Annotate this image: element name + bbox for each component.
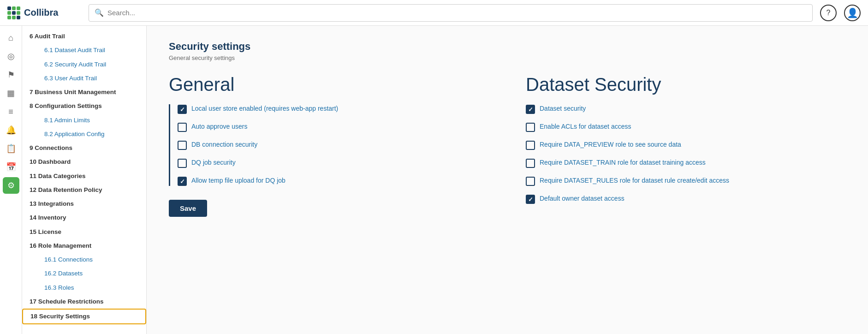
search-input[interactable] <box>107 9 807 17</box>
checkbox-require-dataset-train[interactable] <box>526 159 535 168</box>
sidebar-item-schedule-restrictions[interactable]: 17 Schedule Restrictions <box>22 295 146 309</box>
check-label-local-user-store: Local user store enabled (requires web-a… <box>191 104 338 113</box>
check-row-enable-acls: Enable ACLs for dataset access <box>526 122 846 132</box>
checkbox-db-connection-security[interactable] <box>178 141 187 150</box>
check-label-allow-temp-file: Allow temp file upload for DQ job <box>191 176 285 185</box>
sidebar-item-admin-limits[interactable]: 8.1 Admin Limits <box>22 113 146 127</box>
check-label-dataset-security: Dataset security <box>540 104 586 113</box>
sidebar-item-dashboard[interactable]: 10 Dashboard <box>22 155 146 169</box>
check-label-require-dataset-train: Require DATASET_TRAIN role for dataset t… <box>540 158 706 167</box>
sidebar-item-app-config[interactable]: 8.2 Application Config <box>22 127 146 141</box>
security-settings-title: Security settings <box>169 41 846 53</box>
checkbox-enable-acls[interactable] <box>526 123 535 132</box>
sidebar-item-inventory[interactable]: 14 Inventory <box>22 211 146 225</box>
sidebar-item-roles-sub[interactable]: 16.3 Roles <box>22 281 146 295</box>
checkbox-require-dataset-rules[interactable] <box>526 177 535 186</box>
topbar-right: ? 👤 <box>820 5 861 21</box>
rail-icon-home[interactable]: ⌂ <box>3 30 19 46</box>
checkbox-local-user-store[interactable] <box>178 105 187 114</box>
help-button[interactable]: ? <box>820 5 837 21</box>
security-settings-sub: General security settings <box>169 54 846 61</box>
sidebar-item-security-settings[interactable]: 18 Security Settings <box>22 309 146 324</box>
check-label-require-data-preview: Require DATA_PREVIEW role to see source … <box>540 140 681 149</box>
rail-icon-calendar[interactable]: 📅 <box>3 159 19 175</box>
check-row-require-dataset-rules: Require DATASET_RULES role for dataset r… <box>526 176 846 186</box>
sidebar-item-business-unit[interactable]: 7 Business Unit Management <box>22 85 146 99</box>
save-button[interactable]: Save <box>169 200 207 217</box>
sidebar: 6 Audit Trail6.1 Dataset Audit Trail6.2 … <box>22 26 147 334</box>
dataset-security-section: Dataset Security Dataset securityEnable … <box>526 74 846 217</box>
rail-icon-grid[interactable]: ▦ <box>3 85 19 101</box>
check-row-require-data-preview: Require DATA_PREVIEW role to see source … <box>526 140 846 150</box>
check-row-auto-approve: Auto approve users <box>178 122 489 132</box>
logo-name: Collibra <box>24 7 58 18</box>
sidebar-item-license[interactable]: 15 License <box>22 225 146 239</box>
search-bar[interactable]: 🔍 <box>89 4 813 22</box>
check-row-default-owner-access: Default owner dataset access <box>526 194 846 204</box>
check-label-dq-job-security: DQ job security <box>191 158 236 167</box>
search-icon: 🔍 <box>95 8 104 17</box>
sidebar-item-dataset-audit-trail[interactable]: 6.1 Dataset Audit Trail <box>22 43 146 57</box>
rail-icon-settings[interactable]: ⚙ <box>3 177 19 194</box>
sidebar-item-config-settings[interactable]: 8 Configuration Settings <box>22 99 146 113</box>
check-row-db-connection-security: DB connection security <box>178 140 489 150</box>
sidebar-item-security-audit-trail[interactable]: 6.2 Security Audit Trail <box>22 58 146 72</box>
general-title: General <box>169 74 489 95</box>
check-label-db-connection-security: DB connection security <box>191 140 257 149</box>
sidebar-item-audit-trail[interactable]: 6 Audit Trail <box>22 30 146 43</box>
sidebar-item-data-categories[interactable]: 11 Data Categories <box>22 169 146 183</box>
check-row-allow-temp-file: Allow temp file upload for DQ job <box>178 176 489 186</box>
sidebar-item-datasets-sub[interactable]: 16.2 Datasets <box>22 267 146 280</box>
general-checks: Local user store enabled (requires web-a… <box>169 104 489 186</box>
check-label-require-dataset-rules: Require DATASET_RULES role for dataset r… <box>540 176 729 185</box>
rail-icon-tag[interactable]: ⚑ <box>3 66 19 83</box>
checkbox-allow-temp-file[interactable] <box>178 177 187 186</box>
sidebar-item-connections-sub[interactable]: 16.1 Connections <box>22 253 146 267</box>
sidebar-item-role-management[interactable]: 16 Role Management <box>22 239 146 253</box>
check-row-require-dataset-train: Require DATASET_TRAIN role for dataset t… <box>526 158 846 168</box>
icon-rail: ⌂◎⚑▦≡🔔📋📅⚙ <box>0 26 22 334</box>
sidebar-item-user-audit-trail[interactable]: 6.3 User Audit Trail <box>22 72 146 85</box>
check-label-enable-acls: Enable ACLs for dataset access <box>540 122 631 131</box>
sidebar-item-integrations[interactable]: 13 Integrations <box>22 197 146 211</box>
logo-icon <box>7 6 20 19</box>
dataset-checks: Dataset securityEnable ACLs for dataset … <box>526 104 846 204</box>
rail-icon-bell[interactable]: 🔔 <box>3 122 19 138</box>
logo-area: Collibra <box>7 6 81 19</box>
checkbox-dq-job-security[interactable] <box>178 159 187 168</box>
check-label-auto-approve: Auto approve users <box>191 122 247 131</box>
checkbox-require-data-preview[interactable] <box>526 141 535 150</box>
check-row-local-user-store: Local user store enabled (requires web-a… <box>178 104 489 114</box>
check-row-dataset-security: Dataset security <box>526 104 846 114</box>
check-label-default-owner-access: Default owner dataset access <box>540 194 624 203</box>
user-avatar[interactable]: 👤 <box>844 5 861 21</box>
dataset-security-title: Dataset Security <box>526 74 846 95</box>
sidebar-item-connections[interactable]: 9 Connections <box>22 141 146 155</box>
check-row-dq-job-security: DQ job security <box>178 158 489 168</box>
rail-icon-list[interactable]: ≡ <box>3 103 19 120</box>
sidebar-item-data-retention[interactable]: 12 Data Retention Policy <box>22 183 146 197</box>
checkbox-auto-approve[interactable] <box>178 123 187 132</box>
topbar: Collibra 🔍 ? 👤 <box>0 0 868 26</box>
general-section: General Local user store enabled (requir… <box>169 74 489 217</box>
rail-icon-clipboard[interactable]: 📋 <box>3 140 19 157</box>
content-area: Security settings General security setti… <box>147 26 868 334</box>
checkbox-default-owner-access[interactable] <box>526 195 535 204</box>
checkbox-dataset-security[interactable] <box>526 105 535 114</box>
rail-icon-compass[interactable]: ◎ <box>3 48 19 65</box>
